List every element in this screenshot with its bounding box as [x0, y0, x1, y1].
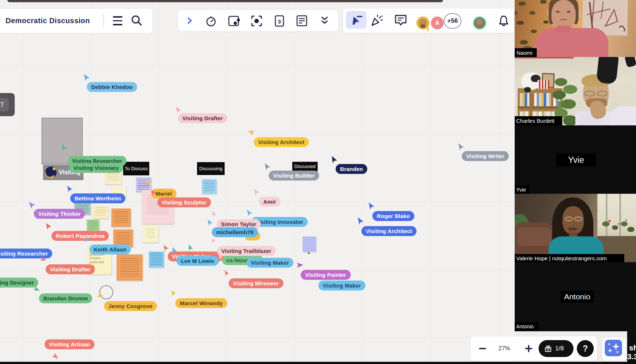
- svg-text:3: 3: [278, 18, 281, 25]
